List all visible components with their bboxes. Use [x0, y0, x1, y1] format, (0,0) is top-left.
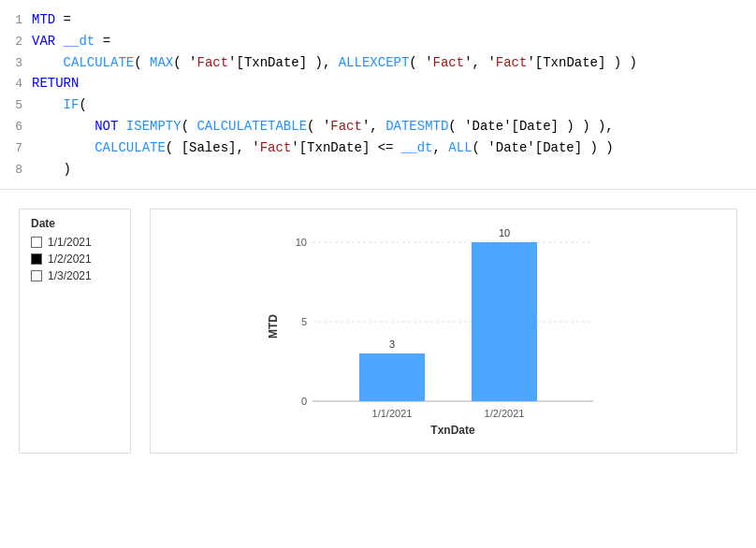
code-text: ) — [32, 159, 71, 180]
code-section: 1 MTD = 2 VAR __dt = 3 CALCULATE( MAX( '… — [0, 0, 756, 190]
code-line-3: 3 CALCULATE( MAX( 'Fact'[TxnDate] ), ALL… — [9, 52, 756, 74]
bar-label-2: 10 — [499, 227, 510, 238]
code-text: IF( — [32, 94, 87, 115]
line-number: 7 — [9, 139, 32, 159]
line-number: 5 — [9, 96, 32, 116]
code-text: RETURN — [32, 73, 79, 94]
legend-item-2[interactable]: 1/2/2021 — [31, 252, 119, 266]
legend-item-1[interactable]: 1/1/2021 — [31, 236, 119, 249]
y-tick-10: 10 — [296, 237, 307, 248]
y-tick-0: 0 — [301, 396, 307, 407]
bar-1 — [359, 353, 425, 401]
x-tick-2: 1/2/2021 — [485, 408, 525, 419]
legend-checkbox-3[interactable] — [31, 270, 42, 281]
line-number: 1 — [9, 11, 32, 31]
code-text: MTD = — [32, 9, 79, 30]
code-line-5: 5 IF( — [9, 94, 756, 116]
bar-label-1: 3 — [389, 339, 395, 350]
code-line-7: 7 CALCULATE( [Sales], 'Fact'[TxnDate] <=… — [9, 137, 756, 159]
bar-chart: 10 5 0 MTD 3 1/1/2021 10 1/2/2021 TxnDat… — [165, 224, 722, 439]
legend-label-3: 1/3/2021 — [48, 269, 92, 282]
legend-label-1: 1/1/2021 — [48, 236, 92, 249]
code-line-8: 8 ) — [9, 159, 756, 180]
code-text: CALCULATE( [Sales], 'Fact'[TxnDate] <= _… — [32, 137, 614, 158]
code-line-4: 4 RETURN — [9, 73, 756, 94]
x-tick-1: 1/1/2021 — [372, 408, 413, 419]
y-tick-5: 5 — [301, 316, 307, 327]
x-axis-title: TxnDate — [430, 424, 475, 437]
line-number: 2 — [9, 33, 32, 52]
code-line-2: 2 VAR __dt = — [9, 31, 756, 52]
line-number: 3 — [9, 54, 32, 74]
legend-item-3[interactable]: 1/3/2021 — [31, 269, 119, 282]
line-number: 8 — [9, 161, 32, 180]
code-line-6: 6 NOT ISEMPTY( CALCULATETABLE( 'Fact', D… — [9, 116, 756, 137]
bottom-panel: Date 1/1/2021 1/2/2021 1/3/2021 10 — [0, 195, 756, 468]
code-text: NOT ISEMPTY( CALCULATETABLE( 'Fact', DAT… — [32, 116, 614, 137]
legend-label-2: 1/2/2021 — [48, 252, 92, 266]
y-axis-title: MTD — [267, 314, 280, 339]
legend-title: Date — [31, 217, 119, 230]
line-number: 4 — [9, 75, 32, 94]
legend-checkbox-1[interactable] — [31, 237, 42, 248]
chart-pane: 10 5 0 MTD 3 1/1/2021 10 1/2/2021 TxnDat… — [150, 209, 737, 454]
line-number: 6 — [9, 118, 32, 137]
code-text: VAR __dt = — [32, 31, 118, 51]
bar-2 — [472, 242, 537, 401]
code-text: CALCULATE( MAX( 'Fact'[TxnDate] ), ALLEX… — [32, 52, 637, 73]
legend-pane: Date 1/1/2021 1/2/2021 1/3/2021 — [19, 209, 131, 454]
code-line-1: 1 MTD = — [9, 9, 756, 31]
legend-checkbox-2[interactable] — [31, 253, 42, 265]
